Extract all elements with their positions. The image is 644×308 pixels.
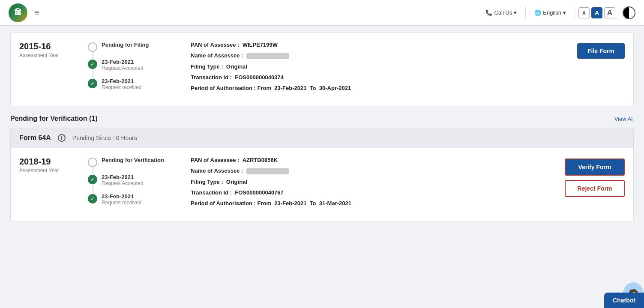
form-name-label: Form 64A [19,134,51,142]
form-card-header: Form 64A i Pending Since : 0 Hours [10,128,634,148]
header-right: 📞 Call Us ▾ 🌐 English ▾ A A A [480,6,635,19]
pan-label-2: PAN of Assessee : [191,157,239,163]
dot-check-received-2: ✓ [88,194,97,203]
period-to-label-1: To [310,85,316,91]
lang-dropdown-icon: ▾ [563,9,566,16]
period-to-1: 30-Apr-2021 [319,85,351,91]
timeline-accepted-text-2: 23-Feb-2021 Request Accepted [102,174,143,186]
filing-type-label-2: Filing Type : [191,179,223,185]
pan-label-1: PAN of Assessee : [191,42,239,48]
file-form-button[interactable]: File Form [577,43,625,59]
file-form-card: 2015-16 Assessment Year Pending for Fili… [10,33,634,106]
contrast-toggle[interactable] [623,6,635,19]
info-col-2: PAN of Assessee : AZRTB0856K Name of Ass… [182,157,556,211]
font-controls: A A A [578,7,615,18]
name-blur-1 [246,53,289,59]
transaction-row-1: Transaction Id : FOS000000040374 [191,74,548,81]
reject-form-button[interactable]: Reject Form [565,180,625,197]
font-large-button[interactable]: A [604,7,615,18]
name-blur-2 [246,168,289,174]
transaction-label-1: Transaction Id : [191,74,232,81]
period-from-1: 23-Feb-2021 [274,85,306,91]
timeline-item-pending-verification: Pending for Verification [88,157,182,167]
assessment-year-label-1: Assessment Year [19,52,88,58]
year-col-1: 2015-16 Assessment Year [19,42,88,58]
period-from-2: 23-Feb-2021 [274,200,306,206]
language-label: English [543,9,561,16]
timeline-item-accepted-1: ✓ 23-Feb-2021 Request Accepted [88,59,182,71]
timeline-item-received-1: ✓ 23-Feb-2021 Request received [88,78,182,90]
font-medium-button[interactable]: A [591,7,602,18]
timeline-item-pending: Pending for Filing [88,42,182,52]
main-content: 2015-16 Assessment Year Pending for Fili… [0,26,644,228]
action-col-1: File Form [556,42,625,59]
name-row-2: Name of Assessee : [191,167,548,174]
call-us-label: Call Us [494,9,512,16]
transaction-row-2: Transaction Id : FOS000000040767 [191,189,548,196]
assessment-year-label-2: Assessment Year [19,167,88,173]
transaction-value-1: FOS000000040374 [235,74,283,81]
period-row-1: Period of Authorisation : From 23-Feb-20… [191,85,548,91]
dot-check-accepted-2: ✓ [88,175,97,184]
pending-since-label: Pending Since : 0 Hours [72,135,137,141]
name-label-1: Name of Assessee : [191,52,243,59]
pan-row-1: PAN of Assessee : WILPE7199W [191,42,548,48]
call-us-button[interactable]: 📞 Call Us ▾ [480,7,522,18]
assessment-year-value-2: 2018-19 [19,157,88,167]
timeline-received-text-2: 23-Feb-2021 Request received [102,193,141,206]
timeline-received-text-1: 23-Feb-2021 Request received [102,78,141,90]
filing-type-row-2: Filing Type : Original [191,179,548,185]
dot-empty-2 [88,158,97,167]
name-row-1: Name of Assessee : [191,52,548,59]
form-card-body: 2018-19 Assessment Year Pending for Veri… [10,148,634,221]
pan-value-1: WILPE7199W [243,42,278,48]
section2-header: Pending for Verification (1) View All [10,115,634,123]
filing-type-value-2: Original [226,179,247,185]
period-row-2: Period of Authorisation : From 23-Feb-20… [191,200,548,206]
divider2 [575,6,575,19]
header: 🏛 ≡ 📞 Call Us ▾ 🌐 English ▾ A A A [0,0,644,26]
assessment-year-value-1: 2015-16 [19,42,88,51]
transaction-value-2: FOS000000040767 [235,189,283,196]
pending-verification-title: Pending for Verification (1) [10,115,98,123]
hamburger-menu[interactable]: ≡ [34,8,39,18]
info-col-1: PAN of Assessee : WILPE7199W Name of Ass… [182,42,556,96]
name-label-2: Name of Assessee : [191,167,243,174]
phone-icon: 📞 [485,9,492,16]
font-small-button[interactable]: A [578,7,590,18]
filing-type-row-1: Filing Type : Original [191,63,548,70]
period-label-1: Period of Authorisation : From [191,85,271,91]
transaction-label-2: Transaction Id : [191,189,232,196]
dot-empty-1 [88,42,97,52]
pan-row-2: PAN of Assessee : AZRTB0856K [191,157,548,163]
timeline-col-2: Pending for Verification ✓ 23-Feb-2021 R… [88,157,182,212]
header-left: 🏛 ≡ [9,3,39,22]
timeline-pending-label: Pending for Filing [102,42,149,48]
timeline-pending-verification-label: Pending for Verification [102,157,164,163]
period-to-2: 31-Mar-2021 [319,200,351,206]
divider1 [525,6,526,19]
divider3 [619,6,619,19]
period-label-2: Period of Authorisation : From [191,200,271,206]
logo-icon: 🏛 [9,3,27,22]
filing-type-value-1: Original [226,63,247,70]
form-info-icon[interactable]: i [58,134,66,142]
verify-form-button[interactable]: Verify Form [565,158,625,176]
timeline-item-received-2: ✓ 23-Feb-2021 Request received [88,193,182,206]
form64a-row: 2018-19 Assessment Year Pending for Veri… [19,157,625,212]
view-all-link[interactable]: View All [614,116,634,122]
period-to-label-2: To [310,200,316,206]
language-button[interactable]: 🌐 English ▾ [529,7,571,18]
action-col-2: Verify Form Reject Form [556,157,625,197]
filing-type-label-1: Filing Type : [191,63,223,70]
globe-icon: 🌐 [534,9,541,16]
form64a-container: Form 64A i Pending Since : 0 Hours 2018-… [10,128,634,221]
file-form-row: 2015-16 Assessment Year Pending for Fili… [19,42,625,97]
timeline-item-accepted-2: ✓ 23-Feb-2021 Request Accepted [88,174,182,186]
dot-check-received-1: ✓ [88,79,97,88]
timeline-col-1: Pending for Filing ✓ 23-Feb-2021 Request… [88,42,182,97]
pan-value-2: AZRTB0856K [243,157,278,163]
timeline-accepted-text-1: 23-Feb-2021 Request Accepted [102,59,143,71]
call-dropdown-icon: ▾ [514,9,517,16]
dot-check-accepted-1: ✓ [88,60,97,69]
